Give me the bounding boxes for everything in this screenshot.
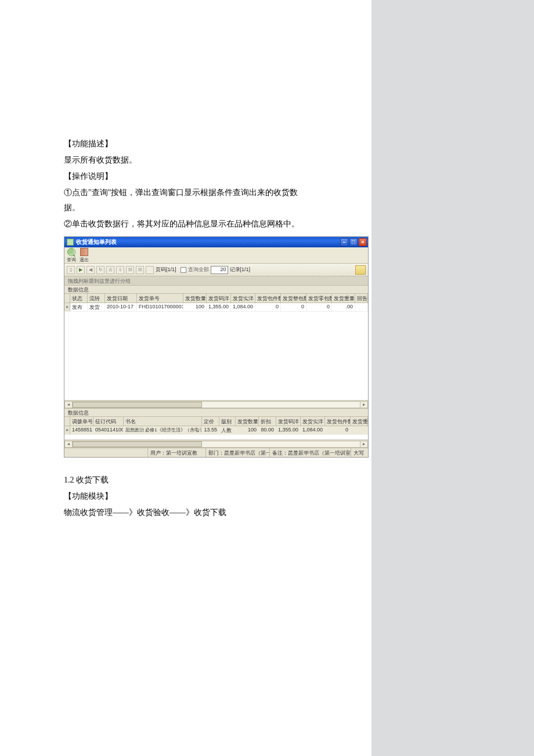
table-row[interactable]: ▸ 发布 发货 2010-10-17 FHD1010170000013 100 … xyxy=(64,303,368,312)
minimize-button[interactable]: − xyxy=(340,238,348,246)
page-indicator: 页码[1/1] xyxy=(156,266,176,273)
text-module-path: 物流收货管理——》收货验收——》收货下载 xyxy=(64,505,308,520)
record-indicator: 记录[1/1] xyxy=(230,266,251,273)
upper-grid-body: ▸ 发布 发货 2010-10-17 FHD1010170000013 100 … xyxy=(64,303,368,400)
page-size-input[interactable]: 20 xyxy=(211,266,228,274)
maximize-button[interactable]: □ xyxy=(349,238,358,246)
col-transfer[interactable]: 调拨单号 xyxy=(70,417,93,426)
nav-sep1: ⊟ xyxy=(126,266,134,274)
col-qty[interactable]: 发货数量 xyxy=(183,294,207,303)
status-caps: 大写 xyxy=(351,448,368,457)
heading-op-desc: 【操作说明】 xyxy=(64,169,308,184)
col-pkg1[interactable]: 发货包件数 xyxy=(255,294,281,303)
col-pub[interactable]: 版别 xyxy=(219,417,236,426)
lower-hscrollbar[interactable]: ◂ ▸ xyxy=(64,440,368,448)
heading-12: 1.2 收货下载 xyxy=(64,473,308,488)
search-label: 查询 xyxy=(67,257,76,263)
scroll-right-icon[interactable]: ▸ xyxy=(360,441,368,448)
nav-sep3 xyxy=(146,266,154,274)
status-remark: 备注：昆昱新华书店（第一培训室 xyxy=(269,448,351,457)
nav-first[interactable]: ▯ xyxy=(67,266,75,274)
scroll-left-icon[interactable]: ◂ xyxy=(64,441,73,448)
col-code[interactable]: 征订代码 xyxy=(93,417,124,426)
scroll-thumb[interactable] xyxy=(73,441,202,447)
col-amt2b[interactable]: 发货实洋 xyxy=(301,417,325,426)
titlebar: 收货通知单列表 − □ × xyxy=(64,237,368,247)
col-bookname[interactable]: 书名 xyxy=(124,417,202,426)
text-func-desc: 显示所有收货数据。 xyxy=(64,153,308,168)
query-all-checkbox[interactable] xyxy=(181,267,186,273)
main-toolbar: 查询 退出 xyxy=(64,247,368,264)
scroll-left-icon[interactable]: ◂ xyxy=(64,401,73,408)
query-all-label: 查询全部 xyxy=(188,266,209,273)
nav-refresh[interactable]: ↻ xyxy=(96,266,104,274)
col-disc[interactable]: 折扣 xyxy=(259,417,276,426)
col-amt1b[interactable]: 发货码洋 xyxy=(276,417,301,426)
status-dept: 部门：昆昱新华书店（第一 xyxy=(205,448,269,457)
upper-grid-label: 数据信息 xyxy=(64,286,368,294)
upper-grid-header: 状态 流转 发货日期 发货单号 发货数量 发货码洋 发货实洋 发货包件数 发货整… xyxy=(64,294,368,303)
col-pkg3[interactable]: 发货零包数 xyxy=(306,294,332,303)
nav-prev-play[interactable]: ▶ xyxy=(77,266,85,274)
nav-sep2: ⊟ xyxy=(136,266,144,274)
lower-grid-label: 数据信息 xyxy=(64,409,368,417)
lower-grid-header: 调拨单号 征订代码 书名 定价 版别 发货数量 折扣 发货码洋 发货实洋 发货包… xyxy=(64,417,368,426)
table-row[interactable]: ▸ 1458851 0540114100 思想政治 必修1《经济生活》（含电子教… xyxy=(64,426,368,435)
nav-export[interactable]: ⇩ xyxy=(116,266,124,274)
status-user: 用户：第一培训宣教 xyxy=(147,448,205,457)
status-bar: 用户：第一培训宣教 部门：昆昱新华书店（第一 备注：昆昱新华书店（第一培训室 大… xyxy=(64,448,368,457)
col-amt1[interactable]: 发货码洋 xyxy=(207,294,231,303)
col-date[interactable]: 发货日期 xyxy=(105,294,137,303)
settings-icon[interactable] xyxy=(355,265,366,275)
col-amt2[interactable]: 发货实洋 xyxy=(231,294,255,303)
col-pkgb[interactable]: 发货包件数 xyxy=(325,417,351,426)
col-price[interactable]: 定价 xyxy=(202,417,219,426)
app-window: 收货通知单列表 − □ × 查询 退出 ▯ ▶ ◀ ↻ ⎙ ⇩ ⊟ xyxy=(64,236,369,458)
text-step1: ①点击"查询"按钮，弹出查询窗口显示根据条件查询出来的收货数据。 xyxy=(64,185,308,215)
col-wt[interactable]: 发货重量 xyxy=(332,294,355,303)
col-reply[interactable]: 回告 xyxy=(355,294,368,303)
exit-icon xyxy=(80,248,88,256)
search-button[interactable]: 查询 xyxy=(67,248,76,263)
group-by-bar[interactable]: 拖拽列标题到这里进行分组 xyxy=(64,276,368,286)
nav-prev[interactable]: ◀ xyxy=(86,266,95,274)
nav-print[interactable]: ⎙ xyxy=(106,266,114,274)
nav-toolbar: ▯ ▶ ◀ ↻ ⎙ ⇩ ⊟ ⊟ 页码[1/1] 查询全部 20 记录[1/1] xyxy=(64,264,368,276)
window-title: 收货通知单列表 xyxy=(76,238,340,246)
col-docno[interactable]: 发货单号 xyxy=(137,294,183,303)
search-icon xyxy=(67,248,75,256)
col-status[interactable]: 状态 xyxy=(70,294,88,303)
text-step2: ②单击收货数据行，将其对应的品种信息显示在品种信息网格中。 xyxy=(64,217,308,232)
col-wtb[interactable]: 发货重 xyxy=(351,417,368,426)
col-qty2[interactable]: 发货数量 xyxy=(236,417,259,426)
scroll-right-icon[interactable]: ▸ xyxy=(360,401,368,408)
heading-func-desc: 【功能描述】 xyxy=(64,136,308,152)
app-icon xyxy=(67,239,74,246)
close-button[interactable]: × xyxy=(359,238,367,246)
col-flow[interactable]: 流转 xyxy=(88,294,105,303)
scroll-thumb[interactable] xyxy=(73,402,202,408)
exit-label: 退出 xyxy=(80,257,89,263)
heading-module: 【功能模块】 xyxy=(64,489,308,504)
upper-hscrollbar[interactable]: ◂ ▸ xyxy=(64,400,368,408)
exit-button[interactable]: 退出 xyxy=(80,248,89,263)
col-pkg2[interactable]: 发货整包数 xyxy=(281,294,306,303)
